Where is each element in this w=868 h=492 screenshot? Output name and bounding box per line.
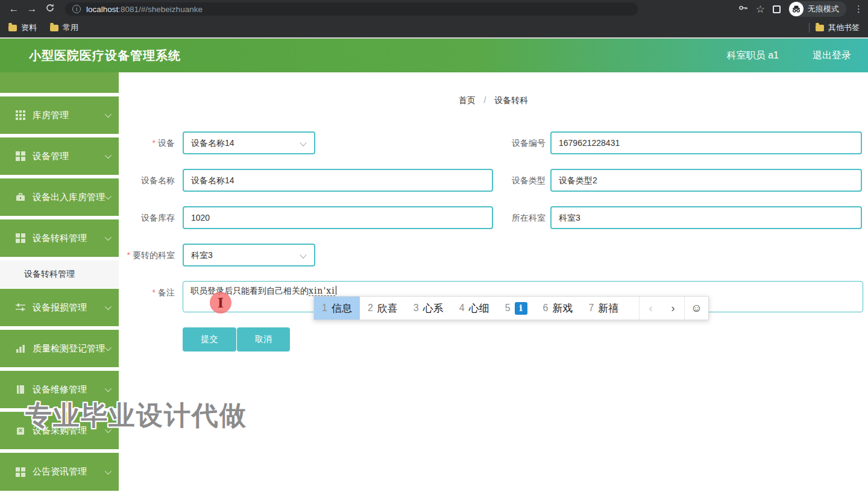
device-select[interactable]: 设备名称14: [183, 131, 315, 154]
blocks-icon: [15, 467, 25, 477]
menu-dots-icon[interactable]: ⋮: [854, 4, 863, 14]
chevron-down-icon: [105, 344, 112, 351]
page-info-icon[interactable]: i: [72, 5, 81, 13]
current-dept-field[interactable]: 科室3: [550, 206, 862, 229]
chevron-down-icon: [300, 139, 306, 146]
app-title: 小型医院医疗设备管理系统: [29, 48, 181, 64]
grid3-icon: [15, 110, 25, 121]
briefcase-icon: [15, 192, 25, 203]
chevron-down-icon: [105, 303, 112, 310]
reload-icon[interactable]: [41, 3, 59, 16]
chevron-down-icon: [105, 385, 112, 392]
breadcrumb-current: 设备转科: [494, 95, 528, 105]
sidebar-item-shebei[interactable]: 设备管理: [0, 137, 119, 175]
device-type-field[interactable]: 设备类型2: [550, 169, 862, 192]
target-dept-select[interactable]: 科室3: [183, 244, 315, 266]
forward-icon[interactable]: →: [23, 3, 41, 15]
browser-toolbar: ← → i localhost:8081/#/shebeizhuanke ☆ 无…: [0, 0, 868, 18]
folder-icon: [8, 25, 17, 31]
bookmark-star-icon[interactable]: ☆: [756, 3, 765, 16]
bookmark-folder-changyong[interactable]: 常用: [50, 22, 78, 33]
bag-icon: [15, 426, 25, 436]
chevron-down-icon: [105, 234, 112, 241]
other-bookmarks[interactable]: 其他书签: [816, 22, 860, 33]
ime-candidate[interactable]: 1信息: [314, 297, 360, 320]
ime-composition-text: xin'xi: [309, 286, 335, 296]
main-content: 首页 / 设备转科 *设备 设备名称14 设备编号 1679621228431 …: [119, 72, 868, 492]
device-label: *设备: [119, 131, 175, 154]
blocks-icon: [15, 233, 25, 244]
logout-button[interactable]: 退出登录: [813, 49, 851, 62]
folder-icon: [816, 25, 824, 31]
barchart-icon: [15, 344, 25, 354]
chevron-down-icon: [105, 467, 112, 474]
current-dept-label: 所在科室: [454, 206, 546, 229]
ime-candidate[interactable]: 7新禧: [580, 297, 626, 320]
sidebar-subitem-zhuanke[interactable]: 设备转科管理: [0, 260, 119, 288]
sidebar-item-churuku[interactable]: 设备出入库房管理: [0, 178, 119, 216]
submit-button[interactable]: 提交: [183, 327, 236, 352]
sidebar-item-zhijian[interactable]: 质量检测登记管理: [0, 330, 119, 367]
ime-candidate[interactable]: 5i: [497, 297, 535, 320]
url-text: localhost:8081/#/shebeizhuanke: [86, 5, 203, 14]
bookmark-folder-ziliao[interactable]: 资料: [8, 22, 37, 33]
device-type-label: 设备类型: [454, 169, 546, 192]
incognito-badge: 无痕模式: [788, 1, 846, 17]
sidebar-item-kufang[interactable]: 库房管理: [0, 96, 119, 134]
chevron-down-icon: [105, 152, 112, 159]
device-stock-label: 设备库存: [119, 206, 175, 229]
device-name-field[interactable]: 设备名称14: [183, 169, 493, 192]
ime-candidate[interactable]: 4心细: [451, 297, 497, 320]
sidebar-item-baosun[interactable]: 设备报损管理: [0, 289, 119, 326]
ime-candidate[interactable]: 2欣喜: [360, 297, 406, 320]
sidebar: 科室管理 库房管理 设备管理: [0, 72, 119, 492]
folder-icon: [50, 25, 58, 31]
sidebar-item-weixiu[interactable]: 设备维修管理: [0, 371, 119, 408]
text-caret: [336, 286, 336, 295]
key-glyph: [738, 3, 748, 13]
sidebar-item-zhuanke[interactable]: 设备转科管理: [0, 219, 119, 257]
incognito-glyph: [791, 4, 801, 14]
ime-emoji-icon[interactable]: ☺: [684, 297, 708, 320]
device-no-label: 设备编号: [454, 131, 546, 154]
ime-prev-page-icon[interactable]: ‹: [640, 297, 662, 320]
breadcrumb-home[interactable]: 首页: [459, 95, 476, 105]
device-no-field[interactable]: 1679621228431: [550, 131, 862, 154]
chevron-down-icon: [300, 251, 306, 258]
target-dept-label: *要转的科室: [119, 244, 175, 266]
blocks-icon: [15, 151, 25, 162]
info-emoji-icon: i: [515, 302, 527, 315]
breadcrumb: 首页 / 设备转科: [119, 95, 868, 106]
tab-square-icon[interactable]: [773, 5, 781, 13]
remark-label: *备注: [119, 281, 175, 304]
bookmarks-divider: [809, 23, 810, 33]
sidebar-item-clipped[interactable]: 科室管理: [0, 72, 119, 93]
breadcrumb-separator: /: [484, 95, 486, 105]
chevron-down-icon: [105, 111, 112, 118]
sidebar-item-gonggao[interactable]: 公告资讯管理: [0, 453, 119, 491]
chevron-down-icon: [105, 426, 112, 433]
device-name-label: 设备名称: [119, 169, 175, 192]
ime-next-page-icon[interactable]: ›: [662, 297, 684, 320]
key-icon[interactable]: [738, 3, 748, 15]
sliders-icon: [15, 303, 25, 313]
ime-candidate[interactable]: 3心系: [406, 297, 451, 320]
incognito-icon: [789, 2, 804, 16]
cancel-button[interactable]: 取消: [237, 327, 290, 352]
current-user[interactable]: 科室职员 a1: [727, 49, 779, 62]
address-bar[interactable]: i localhost:8081/#/shebeizhuanke: [65, 2, 638, 16]
incognito-label: 无痕模式: [808, 4, 839, 14]
sidebar-item-caigou[interactable]: 设备采购管理: [0, 412, 119, 449]
reload-glyph: [45, 3, 55, 13]
ime-candidate-bar: 1信息 2欣喜 3心系 4心细 5i 6新戏 7新禧 ‹ › ☺: [313, 296, 709, 320]
device-stock-field[interactable]: 1020: [183, 206, 493, 229]
ime-candidate[interactable]: 6新戏: [535, 297, 581, 320]
app-header: 小型医院医疗设备管理系统 科室职员 a1 退出登录: [0, 37, 868, 72]
back-icon[interactable]: ←: [5, 3, 23, 15]
bookmarks-bar: 资料 常用 其他书签: [0, 18, 868, 37]
chevron-down-icon: [105, 193, 112, 200]
book-icon: [15, 385, 25, 395]
